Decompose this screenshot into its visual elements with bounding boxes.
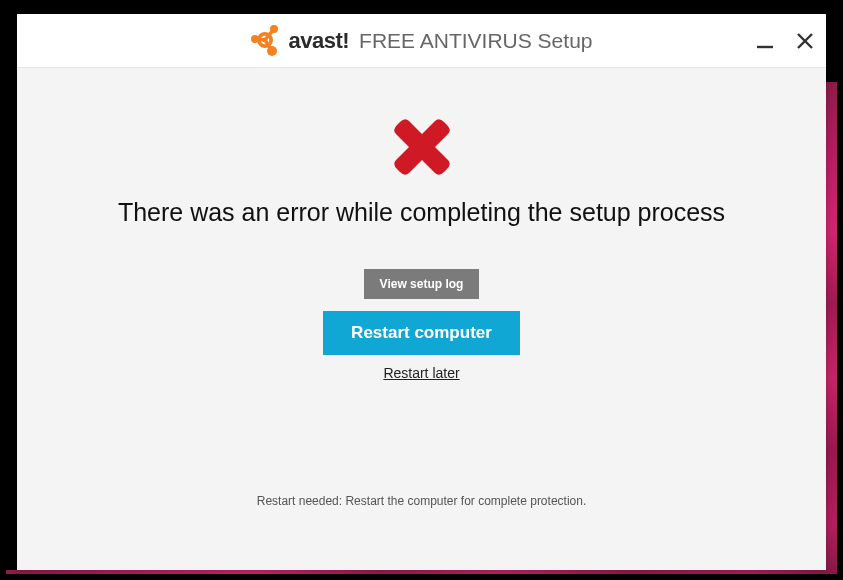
brand-container: avast! FREE ANTIVIRUS Setup	[250, 25, 592, 57]
avast-logo-icon	[250, 25, 282, 57]
titlebar: avast! FREE ANTIVIRUS Setup	[17, 14, 826, 68]
window-title: FREE ANTIVIRUS Setup	[359, 29, 592, 53]
error-x-icon	[387, 112, 457, 182]
close-button[interactable]	[792, 28, 818, 54]
desktop-background-strip	[6, 570, 837, 574]
view-setup-log-button[interactable]: View setup log	[364, 269, 480, 299]
minimize-icon	[755, 31, 775, 51]
restart-computer-button[interactable]: Restart computer	[323, 311, 520, 355]
window-controls	[752, 28, 818, 54]
setup-window: avast! FREE ANTIVIRUS Setup There was	[17, 14, 826, 570]
minimize-button[interactable]	[752, 28, 778, 54]
error-heading: There was an error while completing the …	[118, 198, 725, 227]
content-area: There was an error while completing the …	[17, 68, 826, 570]
brand-name: avast!	[288, 28, 349, 54]
restart-later-link[interactable]: Restart later	[383, 365, 459, 381]
footer-note: Restart needed: Restart the computer for…	[17, 494, 826, 508]
close-icon	[795, 31, 815, 51]
desktop-background-strip	[826, 82, 837, 574]
